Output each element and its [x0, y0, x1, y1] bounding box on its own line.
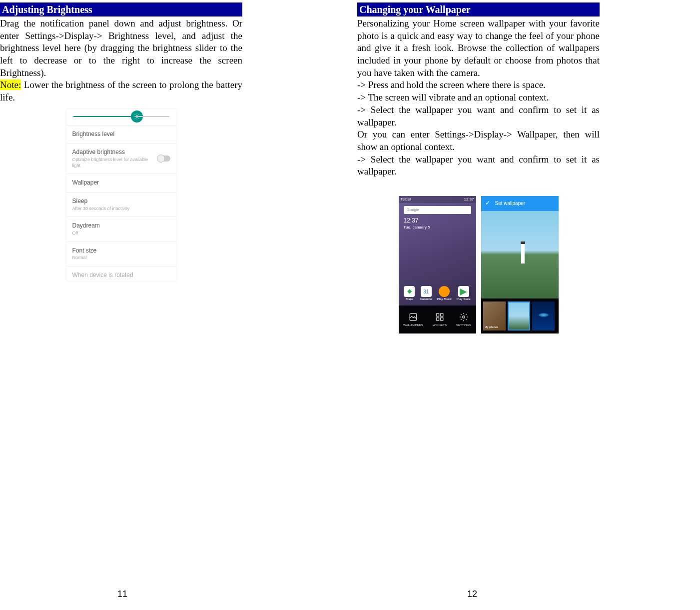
wallpaper-preview [481, 211, 559, 298]
setting-subtitle: After 30 seconds of inactivity [72, 206, 170, 212]
app-play-music[interactable]: Play Music [437, 286, 452, 302]
date-widget: 12:37 Tue, January 5 [404, 217, 471, 230]
setting-brightness-level[interactable]: Brightness level [66, 126, 176, 144]
svg-rect-2 [436, 314, 439, 316]
setting-sleep[interactable]: Sleep After 30 seconds of inactivity [66, 192, 176, 217]
wallpaper-thumbnails: My photos [481, 298, 559, 334]
home-longpress-screenshot: Telcel 12:37 Google 12:37 Tue, January 5… [399, 196, 476, 334]
section-header-wallpaper: Changing your Wallpaper [357, 2, 600, 16]
date-label: Tue, January 5 [404, 225, 471, 230]
note-text: Lower the brightness of the screen to pr… [0, 80, 242, 102]
setting-subtitle: Normal [72, 255, 170, 261]
svg-rect-5 [440, 318, 443, 320]
brightness-slider-thumb[interactable] [131, 110, 143, 122]
setting-title: Daydream [72, 222, 170, 230]
adaptive-toggle[interactable] [157, 156, 170, 162]
thumb-my-photos[interactable]: My photos [483, 302, 506, 330]
setting-title: Sleep [72, 198, 170, 206]
clock-label: 12:37 [464, 197, 474, 202]
setting-adaptive-brightness[interactable]: Adaptive brightness Optimize brightness … [66, 144, 176, 174]
lighthouse-graphic [521, 244, 525, 264]
status-bar: Telcel 12:37 [399, 196, 476, 203]
setting-wallpaper[interactable]: Wallpaper [66, 174, 176, 192]
wallpaper-picker-header: ✓ Set wallpaper [481, 196, 559, 211]
svg-point-6 [463, 316, 465, 318]
wallpapers-icon [408, 312, 418, 322]
setting-title: Font size [72, 247, 170, 255]
setting-title: Wallpaper [72, 179, 170, 187]
section-header-brightness: Adjusting Brightness [0, 2, 242, 16]
wallpaper-picker-screenshot: ✓ Set wallpaper My photos [481, 196, 559, 334]
option-settings[interactable]: SETTINGS [456, 312, 471, 328]
display-settings-screenshot: Brightness level Adaptive brightness Opt… [66, 109, 176, 282]
time-large: 12:37 [404, 217, 471, 225]
setting-subtitle: Off [72, 230, 170, 236]
page-number-right: 12 [467, 588, 477, 600]
widgets-icon [435, 312, 445, 322]
brightness-slider[interactable] [73, 116, 169, 117]
note-label: Note: [0, 80, 21, 90]
wallpaper-step: -> Press and hold the screen where there… [357, 79, 600, 92]
thumb-ocean[interactable] [532, 302, 555, 330]
search-label: Google [407, 208, 420, 212]
setting-title: Adaptive brightness [72, 148, 157, 156]
setting-rotate[interactable]: When device is rotated [66, 266, 176, 282]
brightness-slider-row [66, 109, 176, 126]
option-widgets[interactable]: WIDGETS [433, 312, 447, 328]
thumb-lighthouse[interactable] [508, 302, 530, 330]
setting-font-size[interactable]: Font size Normal [66, 242, 176, 266]
wallpaper-step: -> Select the wallpaper you want and con… [357, 154, 600, 178]
page-number-left: 11 [117, 588, 127, 600]
wallpaper-step: -> The screen will vibrate and an option… [357, 92, 600, 104]
setting-subtitle: Optimize brightness level for available … [72, 157, 157, 168]
brightness-paragraph: Drag the notification panel down and adj… [0, 18, 242, 79]
svg-point-0 [135, 115, 138, 118]
carrier-label: Telcel [401, 197, 411, 202]
brightness-note: Note: Lower the brightness of the screen… [0, 79, 242, 104]
app-calendar[interactable]: 31Calendar [420, 286, 432, 302]
check-icon[interactable]: ✓ [485, 200, 490, 208]
google-search-bar[interactable]: Google [404, 206, 471, 214]
setting-title: When device is rotated [72, 272, 170, 280]
wallpaper-paragraph-2: Or you can enter Settings->Display-> Wal… [357, 128, 600, 153]
setting-daydream[interactable]: Daydream Off [66, 217, 176, 242]
wallpaper-paragraph: Personalizing your Home screen wallpaper… [357, 18, 600, 79]
option-wallpapers[interactable]: WALLPAPERS [403, 312, 423, 328]
settings-icon [459, 312, 469, 322]
wallpaper-step: -> Select the wallpaper you want and con… [357, 104, 600, 128]
set-wallpaper-label: Set wallpaper [495, 200, 526, 206]
svg-rect-4 [436, 318, 439, 320]
app-play-store[interactable]: ▶Play Store [457, 286, 471, 302]
app-maps[interactable]: ◆Maps [404, 286, 415, 302]
svg-rect-3 [440, 314, 443, 316]
setting-title: Brightness level [72, 130, 170, 138]
longpress-options: WALLPAPERS WIDGETS SETTINGS [399, 306, 476, 334]
brightness-icon [133, 113, 140, 120]
app-row: ◆Maps 31Calendar Play Music ▶Play Store [399, 285, 476, 302]
